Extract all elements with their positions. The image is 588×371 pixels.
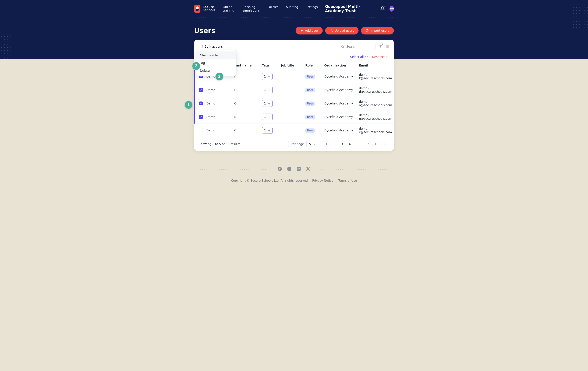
tag-pill[interactable]: 1+: [262, 114, 273, 120]
tag-pill[interactable]: 1+: [262, 73, 273, 80]
role-badge: User: [305, 129, 315, 133]
cell-job-title: [279, 83, 304, 97]
role-badge: User: [305, 101, 315, 106]
table-row: Demo O 1+ User Dycefield Academy demo-o@…: [194, 97, 394, 110]
cell-organisation: Dycefield Academy: [323, 110, 357, 124]
social-links: [194, 167, 394, 172]
page-17[interactable]: 17: [362, 141, 372, 147]
page-18[interactable]: 18: [372, 141, 381, 147]
search-wrapper: [339, 43, 376, 50]
add-user-label: Add user: [305, 29, 318, 32]
brand-logo[interactable]: Secure Schools: [194, 5, 215, 13]
per-page-select[interactable]: 5: [306, 141, 319, 147]
page-1[interactable]: 1: [323, 141, 331, 147]
cell-organisation: Dycefield Academy: [323, 70, 357, 83]
sort-icon: [253, 65, 255, 66]
deselect-all-link[interactable]: Deselect all: [372, 55, 389, 59]
avatar[interactable]: AW: [389, 6, 394, 11]
import-users-label: Import users: [370, 29, 389, 32]
bulk-actions-button[interactable]: Bulk actions: [199, 43, 226, 50]
instagram-link[interactable]: [287, 167, 292, 172]
tag-count: 1: [264, 129, 266, 132]
nav-phishing[interactable]: Phishing simulations: [243, 5, 260, 12]
x-icon: [306, 167, 310, 171]
cell-email: demo-k@secureschools.com: [357, 70, 394, 83]
filter-count: 0: [380, 43, 384, 45]
columns-button[interactable]: [386, 45, 389, 48]
row-checkbox[interactable]: [199, 128, 203, 132]
linkedin-link[interactable]: [296, 167, 301, 172]
cell-last-name: D: [232, 83, 260, 97]
svg-point-1: [341, 45, 344, 47]
plus-icon: +: [268, 102, 271, 105]
cell-job-title: [279, 70, 304, 83]
plus-icon: +: [268, 75, 271, 78]
plus-icon: +: [268, 88, 271, 92]
tag-pill[interactable]: 1+: [262, 127, 273, 134]
import-users-button[interactable]: Import users: [361, 27, 394, 34]
menu-tag[interactable]: Tag: [196, 59, 236, 67]
cell-email: demo-d@secureschools.com: [357, 83, 394, 97]
per-page-value: 5: [309, 142, 311, 146]
org-name[interactable]: Goosepool Multi-Academy Trust: [325, 5, 376, 13]
cell-organisation: Dycefield Academy: [323, 124, 357, 137]
nav-online-training[interactable]: Online training: [223, 5, 235, 12]
menu-change-role[interactable]: Change role: [196, 52, 236, 59]
table-row: Demo N 1+ User Dycefield Academy demo-n@…: [194, 110, 394, 124]
svg-point-5: [290, 168, 291, 168]
col-role[interactable]: Role: [304, 61, 323, 70]
copyright: Copyright © Secure Schools Ltd. All righ…: [231, 179, 308, 182]
row-checkbox[interactable]: [199, 88, 203, 92]
notification-dot: [383, 6, 385, 8]
col-last-name[interactable]: Last name: [232, 61, 260, 70]
row-checkbox[interactable]: [199, 101, 203, 105]
privacy-link[interactable]: Privacy Notice: [312, 179, 333, 182]
add-user-button[interactable]: Add user: [295, 27, 323, 34]
cell-organisation: Dycefield Academy: [323, 97, 357, 110]
tag-pill[interactable]: 1+: [262, 100, 273, 107]
page-2[interactable]: 2: [331, 141, 338, 147]
page-4[interactable]: 4: [346, 141, 354, 147]
sort-icon: [295, 65, 298, 66]
col-tags[interactable]: Tags: [260, 61, 279, 70]
terms-link[interactable]: Terms of Use: [338, 179, 357, 182]
select-all-link[interactable]: Select all 88: [350, 55, 368, 59]
bulk-actions-menu: Change role Tag Delete: [196, 50, 236, 76]
users-card: Bulk actions Change role Tag Delete 0: [194, 40, 394, 151]
col-job-title[interactable]: Job title: [279, 61, 304, 70]
nav-policies[interactable]: Policies: [267, 5, 278, 12]
upload-users-button[interactable]: Upload users: [325, 27, 358, 34]
search-icon: [341, 45, 344, 48]
col-organisation[interactable]: Organisation: [323, 61, 357, 70]
role-badge: User: [305, 88, 315, 92]
facebook-icon: [278, 167, 282, 171]
menu-delete[interactable]: Delete: [196, 67, 236, 75]
cell-first-name: Demo: [205, 110, 232, 124]
step-badge-3: 3: [215, 73, 223, 80]
sort-icon: [314, 65, 316, 66]
instagram-icon: [287, 167, 292, 171]
role-badge: User: [305, 115, 315, 119]
col-email[interactable]: Email: [357, 61, 394, 70]
cell-last-name: C: [232, 124, 260, 137]
brand-line2: Schools: [202, 9, 215, 12]
nav-settings[interactable]: Settings: [305, 5, 318, 12]
notifications-button[interactable]: [380, 6, 385, 11]
tag-pill[interactable]: 1+: [262, 87, 273, 93]
plus-icon: +: [268, 129, 271, 132]
page-...[interactable]: ...: [354, 141, 362, 147]
sort-icon: [369, 65, 372, 66]
cell-last-name: K: [232, 70, 260, 83]
plus-icon: +: [268, 115, 271, 119]
facebook-link[interactable]: [278, 167, 282, 172]
filter-button[interactable]: 0: [379, 44, 382, 49]
page-3[interactable]: 3: [338, 141, 346, 147]
page-next[interactable]: [381, 141, 389, 147]
cell-first-name: Demo: [205, 83, 232, 97]
row-checkbox[interactable]: [199, 115, 203, 119]
plus-icon: [300, 29, 303, 32]
x-link[interactable]: [306, 167, 310, 172]
chevron-right-icon: [384, 143, 386, 145]
sort-icon: [271, 65, 273, 66]
nav-auditing[interactable]: Auditing: [286, 5, 298, 12]
